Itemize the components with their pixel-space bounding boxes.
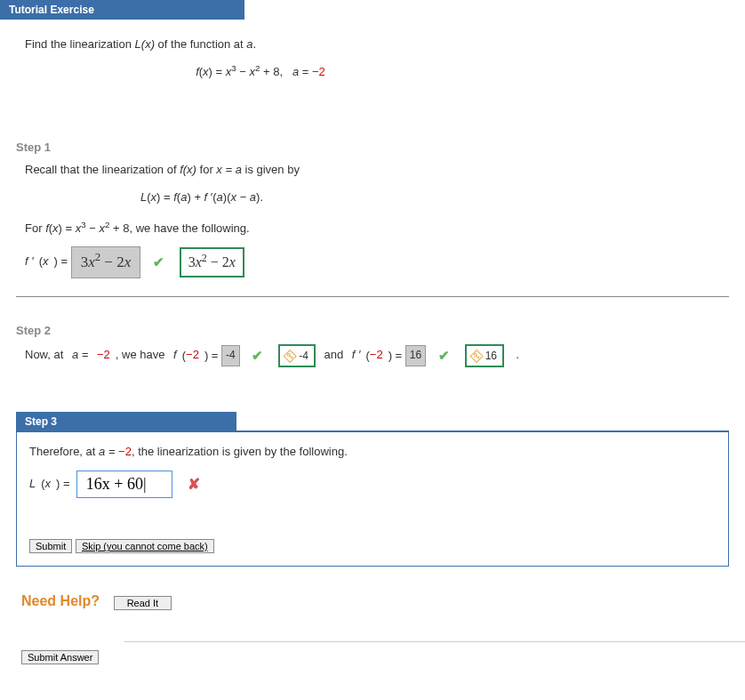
step2-fval-key: ⚿-4 xyxy=(278,344,316,368)
step2-now-pre: Now, at xyxy=(25,348,67,361)
step1-for-pre: For xyxy=(25,221,45,235)
need-help-label: Need Help? xyxy=(21,593,100,609)
step1-body: Recall that the linearization of f(x) fo… xyxy=(25,161,745,278)
step1-fprime-label: f ′ xyxy=(25,254,34,268)
step1-answer-locked: 3x2 − 2x xyxy=(71,246,141,278)
step1-recall: Recall that the linearization of f(x) fo… xyxy=(25,161,745,180)
step3-therefore-pre: Therefore, at xyxy=(29,445,99,458)
step1-for-end: , we have the following. xyxy=(130,221,250,235)
step1-recall-fx: f(x) xyxy=(180,163,196,176)
problem-mid: of the function at xyxy=(155,37,246,51)
problem-end: . xyxy=(253,37,257,51)
step3-therefore: Therefore, at a = −2, the linearization … xyxy=(29,445,716,458)
step2-fp: f ′ xyxy=(352,348,361,361)
step3-therefore-end: , the linearization is given by the foll… xyxy=(132,445,348,458)
step3-header: Step 3 xyxy=(16,412,236,431)
step1-answer-correct: 3x2 − 2x xyxy=(180,247,244,278)
problem-pre: Find the linearization xyxy=(25,37,135,51)
step2-neg2b: −2 xyxy=(370,348,383,361)
submit-answer-button[interactable]: Submit Answer xyxy=(21,650,99,664)
step3-answer-input[interactable] xyxy=(76,471,172,498)
step1-for: For f(x) = x3 − x2 + 8, we have the foll… xyxy=(25,220,745,238)
divider-1 xyxy=(16,296,729,297)
step2-fpval-key: ⚿16 xyxy=(465,344,504,368)
problem-section: Find the linearization L(x) of the funct… xyxy=(0,20,745,114)
step2-wehave: , we have xyxy=(116,348,168,361)
check-icon: ✔ xyxy=(153,252,164,273)
problem-lx: L(x) xyxy=(135,37,155,51)
step3-a-val: −2 xyxy=(118,445,132,458)
step2-body: Now, at a = −2, we have f(−2) = -4 ✔ ⚿-4… xyxy=(25,344,745,368)
read-it-button[interactable]: Read It xyxy=(114,596,172,610)
step2-label: Step 2 xyxy=(16,324,745,337)
problem-equation: f(x) = x3 − x2 + 8, a = −2 xyxy=(0,65,727,78)
step2-f: f xyxy=(173,348,177,361)
step2-a-val: −2 xyxy=(97,348,110,361)
step3-lx-label: L xyxy=(29,477,36,490)
step2-and: and xyxy=(324,348,347,361)
tutorial-header: Tutorial Exercise xyxy=(0,0,244,20)
step3-input-row: L(x) = ✘ xyxy=(29,471,716,498)
skip-button[interactable]: Skip (you cannot come back) xyxy=(76,539,214,553)
x-icon: ✘ xyxy=(188,475,200,494)
bottom-row: Submit Answer xyxy=(0,641,745,664)
step1-recall-xa: x = a xyxy=(216,163,242,176)
problem-text: Find the linearization L(x) of the funct… xyxy=(25,37,727,51)
check-icon: ✔ xyxy=(252,345,263,366)
step1-recall-pre: Recall that the linearization of xyxy=(25,163,180,176)
problem-a: a xyxy=(246,37,252,51)
step1-label: Step 1 xyxy=(16,141,745,154)
step2-fpval-locked: 16 xyxy=(405,345,426,366)
step2-fval-locked: -4 xyxy=(221,345,240,366)
step1-recall-mid: for xyxy=(196,163,216,176)
check-icon: ✔ xyxy=(438,345,450,366)
step1-answer-row: f ′(x) = 3x2 − 2x ✔ 3x2 − 2x xyxy=(25,246,745,278)
step2-a-eq: a = xyxy=(72,348,92,361)
submit-step-button[interactable]: Submit xyxy=(29,539,72,553)
step3-buttons: Submit Skip (you cannot come back) xyxy=(29,539,716,553)
step2-period: . xyxy=(516,348,519,361)
step2-neg2a: −2 xyxy=(186,348,199,361)
step1-linearization-eq: L(x) = f(a) + f ′(a)(x − a). xyxy=(140,189,745,207)
step1-recall-end: is given by xyxy=(242,163,300,176)
step3-box: Therefore, at a = −2, the linearization … xyxy=(16,430,729,567)
